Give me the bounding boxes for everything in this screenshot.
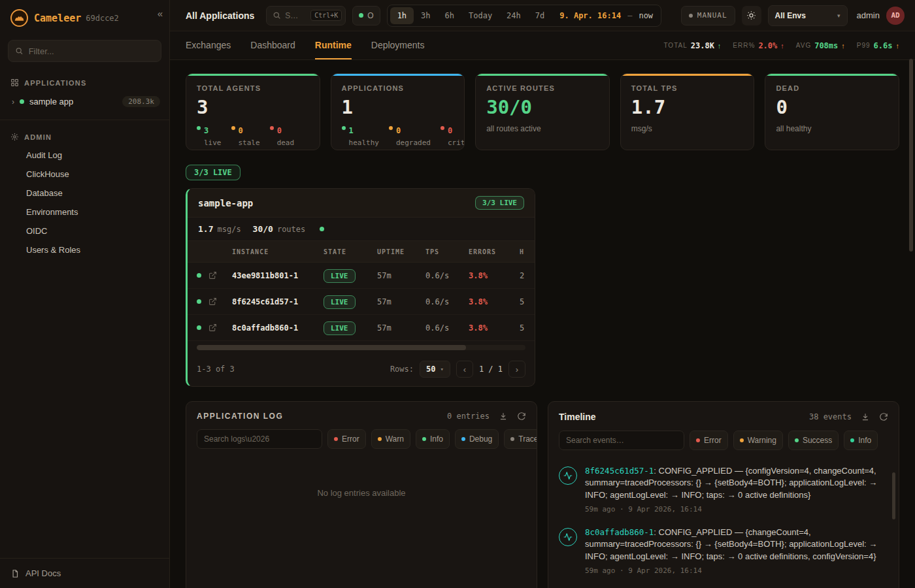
manual-refresh-button[interactable]: MANUAL xyxy=(681,6,735,25)
avatar[interactable]: AD xyxy=(886,7,905,25)
refresh-button[interactable] xyxy=(879,412,888,421)
timeline-events-list: 8f6245c61d57-1: CONFIG_APPLIED — {config… xyxy=(548,458,899,588)
theme-toggle-button[interactable] xyxy=(742,6,761,25)
external-link-icon[interactable] xyxy=(208,323,232,332)
timeline-events-count: 38 events xyxy=(809,412,852,421)
page-indicator: 1 / 1 xyxy=(479,365,503,374)
time-range-now[interactable]: now xyxy=(639,11,653,20)
sidebar-item-users-roles[interactable]: Users & Roles xyxy=(0,240,169,259)
state-badge: LIVE xyxy=(324,295,356,309)
status-dot xyxy=(510,437,514,441)
event-message: 8f6245c61d57-1: CONFIG_APPLIED — {config… xyxy=(585,465,884,515)
state-badge: LIVE xyxy=(324,321,356,335)
refresh-button[interactable] xyxy=(517,412,526,421)
timeline-search-input[interactable] xyxy=(559,431,684,450)
timeline-scrollbar-thumb[interactable] xyxy=(892,472,895,519)
arrow-up-icon: ↑ xyxy=(718,42,722,50)
download-icon xyxy=(861,412,870,421)
log-entries-count: 0 entries xyxy=(447,412,490,421)
time-range-3h[interactable]: 3h xyxy=(414,7,437,24)
log-search-input[interactable] xyxy=(197,429,322,449)
filter-success[interactable]: Success xyxy=(788,431,839,450)
status-dot xyxy=(197,325,201,330)
user-name: admin xyxy=(857,10,880,20)
sidebar-item-sample-app[interactable]: › sample app 208.3k xyxy=(0,91,169,112)
sidebar-item-environments[interactable]: Environments xyxy=(0,203,169,221)
page-title: All Applications xyxy=(186,10,254,21)
filter-trace[interactable]: Trace xyxy=(504,429,537,449)
tab-deployments[interactable]: Deployments xyxy=(371,31,425,59)
online-toggle[interactable]: O xyxy=(352,6,380,25)
status-dot xyxy=(334,437,338,441)
external-link-icon[interactable] xyxy=(208,271,232,280)
api-docs-link[interactable]: API Docs xyxy=(0,558,169,588)
agents-live: 3live xyxy=(197,124,222,148)
keyboard-shortcut: Ctrl+K xyxy=(310,10,342,21)
status-dot xyxy=(441,126,444,130)
tab-runtime[interactable]: Runtime xyxy=(315,31,352,59)
filter-input[interactable] xyxy=(29,46,154,56)
time-range-today[interactable]: Today xyxy=(461,7,499,24)
card-accent-bar xyxy=(186,74,320,76)
time-range-24h[interactable]: 24h xyxy=(499,7,528,24)
sidebar-item-oidc[interactable]: OIDC xyxy=(0,221,169,240)
horizontal-scrollbar-thumb[interactable] xyxy=(197,345,466,350)
document-icon xyxy=(10,569,20,578)
apps-degraded: 0degraded xyxy=(389,124,431,148)
filter-error[interactable]: Error xyxy=(690,431,728,450)
activity-icon xyxy=(559,466,577,485)
sample-app-label: sample app xyxy=(29,97,117,106)
status-dot xyxy=(389,126,393,130)
env-select[interactable]: All Envs ▾ xyxy=(768,5,848,26)
sidebar-item-audit-log[interactable]: Audit Log xyxy=(0,146,169,165)
arrow-up-icon: ↑ xyxy=(841,42,845,50)
filter-error[interactable]: Error xyxy=(327,429,366,449)
sun-icon xyxy=(746,10,756,20)
tab-dashboard[interactable]: Dashboard xyxy=(250,31,295,59)
time-range-1h[interactable]: 1h xyxy=(390,7,414,24)
card-accent-bar xyxy=(476,74,609,76)
stat-err-pct: ERR% 2.0% ↑ xyxy=(733,41,784,50)
manual-label: MANUAL xyxy=(697,11,727,20)
tab-exchanges[interactable]: Exchanges xyxy=(186,31,231,59)
filter-warning[interactable]: Warning xyxy=(733,431,783,450)
download-button[interactable] xyxy=(861,412,870,421)
prev-page-button[interactable]: ‹ xyxy=(456,361,473,378)
timeline-event: 8f6245c61d57-1: CONFIG_APPLIED — {config… xyxy=(559,459,884,521)
live-summary-badge: 3/3 LIVE xyxy=(186,165,241,180)
time-range-6h[interactable]: 6h xyxy=(438,7,461,24)
arrow-up-icon: ↑ xyxy=(780,42,784,50)
filter-info[interactable]: Info xyxy=(844,431,878,450)
horizontal-scrollbar xyxy=(197,345,525,350)
time-range-7d[interactable]: 7d xyxy=(528,7,552,24)
timeline-event: 8c0affadb860-1: CONFIG_APPLIED — {change… xyxy=(559,521,884,582)
applications-icon xyxy=(10,78,19,87)
status-dot xyxy=(197,126,201,130)
event-timestamp: 59m ago · 9 Apr 2026, 16:14 xyxy=(585,566,884,576)
sidebar-filter[interactable] xyxy=(8,40,161,62)
filter-info[interactable]: Info xyxy=(416,429,450,449)
rows-per-page-select[interactable]: 50 ▾ xyxy=(420,361,450,378)
global-search[interactable]: S… Ctrl+K xyxy=(266,6,346,25)
next-page-button[interactable]: › xyxy=(508,361,525,378)
filter-debug[interactable]: Debug xyxy=(455,429,499,449)
log-empty-state: No log entries available xyxy=(186,457,537,498)
external-link-icon[interactable] xyxy=(208,297,232,306)
app-count-badge: 208.3k xyxy=(122,96,160,107)
sidebar-item-database[interactable]: Database xyxy=(0,184,169,203)
filter-warn[interactable]: Warn xyxy=(371,429,410,449)
status-dot xyxy=(320,227,324,231)
status-dot xyxy=(378,437,382,441)
app-card-meta: 1.7 msg/s 30/0 routes xyxy=(188,218,535,241)
page-scrollbar-thumb[interactable] xyxy=(909,59,913,252)
applications-section-label: APPLICATIONS xyxy=(24,79,86,87)
event-timestamp: 59m ago · 9 Apr 2026, 16:14 xyxy=(585,504,884,515)
chevron-down-icon: ▾ xyxy=(440,366,443,372)
refresh-icon xyxy=(879,412,888,421)
search-placeholder-text: S… xyxy=(285,11,307,20)
sidebar-item-clickhouse[interactable]: ClickHouse xyxy=(0,165,169,184)
range-dash: — xyxy=(627,11,632,20)
table-header-row: INSTANCE STATE UPTIME TPS ERRORS H xyxy=(188,241,535,263)
sidebar-collapse-button[interactable]: « xyxy=(158,8,163,19)
download-button[interactable] xyxy=(499,412,508,421)
